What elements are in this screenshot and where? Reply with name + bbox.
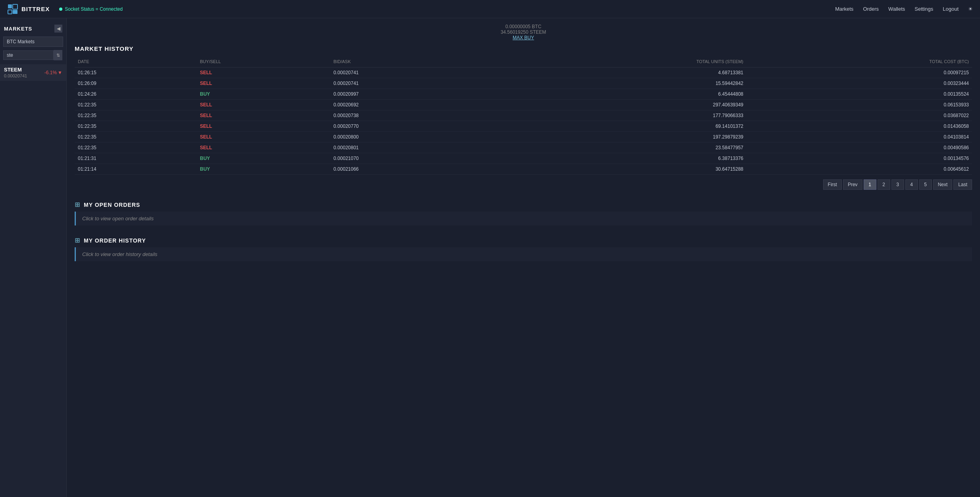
row-bid-ask: 0.00020997 bbox=[330, 89, 485, 100]
row-cost: 0.00097215 bbox=[747, 67, 972, 78]
socket-indicator bbox=[59, 8, 62, 11]
logo: BITTREX bbox=[7, 4, 50, 15]
row-units: 4.68713381 bbox=[485, 67, 747, 78]
row-type: SELL bbox=[197, 100, 330, 110]
row-bid-ask: 0.00020770 bbox=[330, 121, 485, 132]
max-buy-link[interactable]: MAX BUY bbox=[75, 35, 972, 40]
nav-orders[interactable]: Orders bbox=[863, 6, 879, 12]
order-history-body: Click to view order history details bbox=[75, 247, 972, 261]
nav-markets[interactable]: Markets bbox=[835, 6, 853, 12]
top-nav: BITTREX Socket Status = Connected Market… bbox=[0, 0, 980, 18]
socket-status: Socket Status = Connected bbox=[59, 6, 123, 12]
search-wrapper: ⇅ bbox=[0, 50, 66, 64]
row-date: 01:22:35 bbox=[75, 143, 197, 153]
col-total-units: TOTAL UNITS (STEEM) bbox=[485, 58, 747, 67]
pagination: First Prev 1 2 3 4 5 Next Last bbox=[75, 179, 972, 190]
row-type: SELL bbox=[197, 67, 330, 78]
order-history-section: ⊞ MY ORDER HISTORY Click to view order h… bbox=[75, 233, 972, 261]
page-prev-button[interactable]: Prev bbox=[843, 179, 862, 190]
order-history-header[interactable]: ⊞ MY ORDER HISTORY bbox=[75, 233, 972, 247]
row-bid-ask: 0.00020692 bbox=[330, 100, 485, 110]
main-layout: MARKETS ◀ BTC Markets ETH Markets USDT M… bbox=[0, 18, 980, 497]
row-type: SELL bbox=[197, 143, 330, 153]
row-bid-ask: 0.00020741 bbox=[330, 78, 485, 89]
row-cost: 0.00490586 bbox=[747, 143, 972, 153]
row-units: 177.79066333 bbox=[485, 110, 747, 121]
row-cost: 0.06153933 bbox=[747, 100, 972, 110]
row-units: 30.64715288 bbox=[485, 164, 747, 175]
sort-button[interactable]: ⇅ bbox=[54, 50, 62, 60]
row-date: 01:26:09 bbox=[75, 78, 197, 89]
table-row: 01:24:26 BUY 0.00020997 6.45444808 0.001… bbox=[75, 89, 972, 100]
table-row: 01:22:35 SELL 0.00020692 297.40639349 0.… bbox=[75, 100, 972, 110]
row-cost: 0.01436058 bbox=[747, 121, 972, 132]
svg-rect-3 bbox=[13, 10, 17, 14]
page-2-button[interactable]: 2 bbox=[878, 179, 890, 190]
row-bid-ask: 0.00020801 bbox=[330, 143, 485, 153]
row-cost: 0.00134576 bbox=[747, 153, 972, 164]
row-units: 69.14101372 bbox=[485, 121, 747, 132]
market-change-arrow: ▼ bbox=[58, 70, 62, 75]
row-type: SELL bbox=[197, 110, 330, 121]
page-next-button[interactable]: Next bbox=[933, 179, 953, 190]
row-type: SELL bbox=[197, 78, 330, 89]
page-1-button[interactable]: 1 bbox=[864, 179, 876, 190]
col-total-cost: TOTAL COST (BTC) bbox=[747, 58, 972, 67]
row-bid-ask: 0.00020741 bbox=[330, 67, 485, 78]
col-buy-sell: BUY/SELL bbox=[197, 58, 330, 67]
page-3-button[interactable]: 3 bbox=[891, 179, 904, 190]
open-orders-placeholder: Click to view open order details bbox=[82, 216, 154, 222]
nav-settings[interactable]: Settings bbox=[914, 6, 933, 12]
main-content: 0.00000005 BTC 34.56019250 STEEM MAX BUY… bbox=[67, 18, 980, 497]
search-input[interactable] bbox=[3, 50, 54, 60]
row-cost: 0.00323444 bbox=[747, 78, 972, 89]
row-date: 01:21:31 bbox=[75, 153, 197, 164]
market-select[interactable]: BTC Markets ETH Markets USDT Markets bbox=[3, 37, 63, 47]
row-type: BUY bbox=[197, 164, 330, 175]
table-row: 01:22:35 SELL 0.00020800 197.29879239 0.… bbox=[75, 132, 972, 143]
svg-rect-2 bbox=[8, 10, 12, 14]
row-units: 23.58477957 bbox=[485, 143, 747, 153]
nav-logout[interactable]: Logout bbox=[943, 6, 959, 12]
history-table-body: 01:26:15 SELL 0.00020741 4.68713381 0.00… bbox=[75, 67, 972, 175]
order-history-expand-icon: ⊞ bbox=[75, 237, 80, 244]
theme-icon[interactable]: ☀ bbox=[968, 6, 973, 12]
col-bid-ask: BID/ASK bbox=[330, 58, 485, 67]
table-row: 01:22:35 SELL 0.00020801 23.58477957 0.0… bbox=[75, 143, 972, 153]
market-item-info: STEEM 0.00020741 bbox=[4, 67, 27, 78]
page-4-button[interactable]: 4 bbox=[905, 179, 918, 190]
nav-wallets[interactable]: Wallets bbox=[888, 6, 905, 12]
market-item-price: 0.00020741 bbox=[4, 73, 27, 78]
open-orders-section: ⊞ MY OPEN ORDERS Click to view open orde… bbox=[75, 198, 972, 225]
row-bid-ask: 0.00021070 bbox=[330, 153, 485, 164]
page-last-button[interactable]: Last bbox=[953, 179, 972, 190]
bittrex-logo-icon bbox=[7, 4, 18, 15]
row-date: 01:22:35 bbox=[75, 121, 197, 132]
sidebar-collapse-button[interactable]: ◀ bbox=[54, 25, 62, 33]
order-history-placeholder: Click to view order history details bbox=[82, 251, 157, 257]
row-cost: 0.04103814 bbox=[747, 132, 972, 143]
svg-rect-1 bbox=[13, 4, 17, 9]
history-table: DATE BUY/SELL BID/ASK TOTAL UNITS (STEEM… bbox=[75, 58, 972, 175]
row-units: 297.40639349 bbox=[485, 100, 747, 110]
sidebar-header: MARKETS ◀ bbox=[0, 22, 66, 37]
history-table-header-row: DATE BUY/SELL BID/ASK TOTAL UNITS (STEEM… bbox=[75, 58, 972, 67]
row-units: 6.45444808 bbox=[485, 89, 747, 100]
open-orders-expand-icon: ⊞ bbox=[75, 201, 80, 208]
table-row: 01:22:35 SELL 0.00020738 177.79066333 0.… bbox=[75, 110, 972, 121]
page-first-button[interactable]: First bbox=[823, 179, 842, 190]
sidebar-item-steem[interactable]: STEEM 0.00020741 -6.1% ▼ bbox=[0, 64, 66, 81]
row-cost: 0.00645612 bbox=[747, 164, 972, 175]
open-orders-header[interactable]: ⊞ MY OPEN ORDERS bbox=[75, 198, 972, 212]
row-bid-ask: 0.00020738 bbox=[330, 110, 485, 121]
balance-bar: 0.00000005 BTC 34.56019250 STEEM MAX BUY bbox=[75, 24, 972, 40]
row-bid-ask: 0.00020800 bbox=[330, 132, 485, 143]
sidebar-title: MARKETS bbox=[4, 26, 32, 32]
page-5-button[interactable]: 5 bbox=[919, 179, 932, 190]
row-units: 15.59442842 bbox=[485, 78, 747, 89]
nav-links: Markets Orders Wallets Settings Logout ☀ bbox=[835, 6, 973, 12]
table-row: 01:22:35 SELL 0.00020770 69.14101372 0.0… bbox=[75, 121, 972, 132]
socket-status-text: Socket Status = Connected bbox=[65, 6, 123, 12]
logo-text: BITTREX bbox=[21, 6, 50, 12]
row-date: 01:21:14 bbox=[75, 164, 197, 175]
